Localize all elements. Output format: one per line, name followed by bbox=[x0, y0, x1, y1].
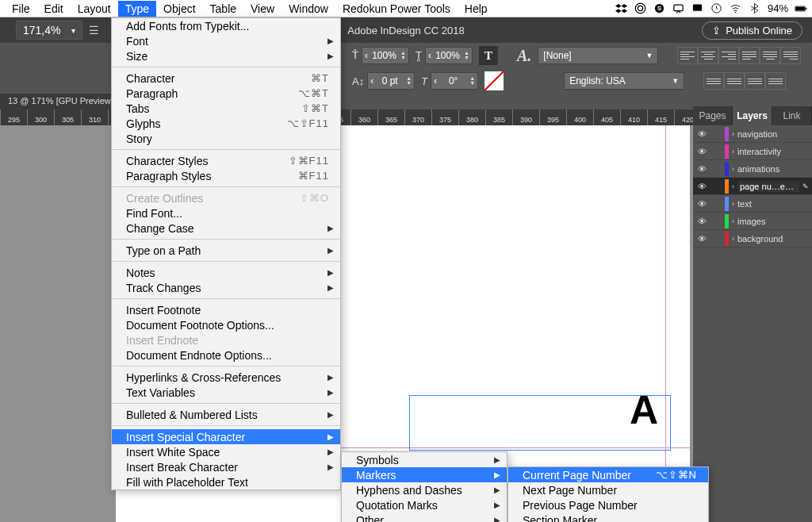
justify-left-button[interactable] bbox=[739, 47, 760, 64]
menu-view[interactable]: View bbox=[243, 1, 282, 17]
menu-item-track-changes[interactable]: Track Changes▶ bbox=[112, 280, 340, 295]
menu-item-glyphs[interactable]: Glyphs⌥⇧F11 bbox=[112, 116, 340, 131]
menu-item-markers[interactable]: Markers▶ bbox=[342, 467, 507, 482]
menu-item-insert-white-space[interactable]: Insert White Space▶ bbox=[112, 444, 340, 459]
panel-tab-link[interactable]: Link bbox=[772, 106, 812, 125]
battery-icon[interactable] bbox=[795, 2, 807, 15]
layer-images[interactable]: 👁›images bbox=[693, 213, 812, 230]
layer-interactivity[interactable]: 👁›interactivity bbox=[693, 143, 812, 160]
chevron-right-icon[interactable]: › bbox=[732, 200, 734, 208]
justify-right-button[interactable] bbox=[780, 47, 801, 64]
wifi-icon[interactable] bbox=[730, 2, 742, 15]
layer-background[interactable]: 👁›background bbox=[693, 230, 812, 248]
visibility-icon[interactable]: 👁 bbox=[696, 182, 707, 191]
menu-item-story[interactable]: Story bbox=[112, 131, 340, 146]
menu-item-tabs[interactable]: Tabs⇧⌘T bbox=[112, 101, 340, 116]
layer-text[interactable]: 👁›text bbox=[693, 195, 812, 213]
document-tab[interactable]: 13 @ 171% [GPU Preview] bbox=[0, 94, 122, 109]
indent-left-a[interactable] bbox=[703, 72, 724, 90]
skype-icon[interactable]: S bbox=[653, 2, 666, 15]
menu-item-current-page-number[interactable]: Current Page Number⌥⇧⌘N bbox=[508, 467, 708, 482]
menu-item-text-variables[interactable]: Text Variables▶ bbox=[112, 385, 340, 400]
menu-type[interactable]: Type bbox=[118, 1, 156, 17]
indent-left-b[interactable] bbox=[724, 72, 745, 90]
publish-online-button[interactable]: ⇪ Publish Online bbox=[702, 21, 802, 40]
menu-item-hyphens-and-dashes[interactable]: Hyphens and Dashes▶ bbox=[342, 482, 507, 497]
visibility-icon[interactable]: 👁 bbox=[696, 164, 707, 174]
language-dropdown[interactable]: English: USA▼ bbox=[564, 72, 684, 90]
indent-right-b[interactable] bbox=[765, 72, 786, 90]
menu-item-insert-special-character[interactable]: Insert Special Character▶ bbox=[112, 429, 340, 444]
menu-item-add-fonts-from-typekit-[interactable]: Add Fonts from Typekit... bbox=[112, 18, 340, 33]
chat-icon[interactable] bbox=[672, 2, 685, 15]
menu-item-hyperlinks-cross-references[interactable]: Hyperlinks & Cross-References▶ bbox=[112, 370, 340, 385]
panel-tab-layers[interactable]: Layers bbox=[733, 106, 772, 125]
visibility-icon[interactable]: 👁 bbox=[696, 129, 707, 139]
layer-animations[interactable]: 👁›animations bbox=[693, 160, 812, 178]
visibility-icon[interactable]: 👁 bbox=[696, 147, 707, 156]
menu-file[interactable]: File bbox=[5, 1, 37, 17]
visibility-icon[interactable]: 👁 bbox=[696, 234, 707, 244]
scale-x-input[interactable]: ‹100%▲▼ bbox=[362, 47, 409, 64]
menu-item-character-styles[interactable]: Character Styles⇧⌘F11 bbox=[112, 153, 340, 168]
menu-redokun-power-tools[interactable]: Redokun Power Tools bbox=[335, 1, 458, 17]
layer-page-nu-eader-[interactable]: 👁›page nu…eader -✎ bbox=[693, 178, 812, 195]
clock-icon[interactable] bbox=[710, 2, 723, 15]
menu-item-symbols[interactable]: Symbols▶ bbox=[342, 452, 507, 467]
menu-window[interactable]: Window bbox=[282, 1, 335, 17]
visibility-icon[interactable]: 👁 bbox=[696, 217, 707, 226]
menu-item-fill-with-placeholder-text[interactable]: Fill with Placeholder Text bbox=[112, 474, 340, 489]
chevron-right-icon[interactable]: › bbox=[732, 217, 734, 225]
menu-object[interactable]: Object bbox=[156, 1, 202, 17]
align-center-button[interactable] bbox=[698, 47, 718, 64]
menu-item-quotation-marks[interactable]: Quotation Marks▶ bbox=[342, 497, 507, 512]
chevron-right-icon[interactable]: › bbox=[732, 165, 734, 173]
menu-layout[interactable]: Layout bbox=[71, 1, 118, 17]
layer-navigation[interactable]: 👁›navigation bbox=[693, 125, 812, 143]
indent-right-a[interactable] bbox=[745, 72, 765, 90]
chevron-right-icon[interactable]: › bbox=[732, 130, 734, 138]
menu-item-character[interactable]: Character⌘T bbox=[112, 71, 340, 86]
menu-item-change-case[interactable]: Change Case▶ bbox=[112, 221, 340, 236]
menu-item-type-on-a-path[interactable]: Type on a Path▶ bbox=[112, 243, 340, 258]
align-left-button[interactable] bbox=[677, 47, 698, 64]
justify-center-button[interactable] bbox=[760, 47, 780, 64]
baseline-shift-input[interactable]: ‹0 pt▲▼ bbox=[367, 72, 415, 90]
panel-tab-pages[interactable]: Pages bbox=[693, 106, 733, 125]
bluetooth-icon[interactable] bbox=[749, 2, 761, 15]
menu-item-insert-break-character[interactable]: Insert Break Character▶ bbox=[112, 459, 340, 474]
menu-item-section-marker[interactable]: Section Marker bbox=[508, 512, 708, 522]
menu-item-next-page-number[interactable]: Next Page Number bbox=[508, 482, 708, 497]
menu-item-find-font-[interactable]: Find Font... bbox=[112, 205, 340, 221]
chevron-right-icon[interactable]: › bbox=[732, 182, 734, 190]
display-icon[interactable] bbox=[691, 2, 704, 15]
visibility-icon[interactable]: 👁 bbox=[696, 199, 707, 209]
menu-item-paragraph[interactable]: Paragraph⌥⌘T bbox=[112, 86, 340, 101]
menu-item-other[interactable]: Other▶ bbox=[342, 512, 507, 522]
fill-text-icon[interactable]: T bbox=[479, 46, 498, 65]
menu-edit[interactable]: Edit bbox=[37, 1, 71, 17]
zoom-dropdown[interactable]: 171,4% ▾ bbox=[16, 21, 82, 40]
paragraph-style-dropdown[interactable]: [None]▼ bbox=[538, 47, 658, 64]
svg-rect-4 bbox=[674, 5, 683, 11]
menu-item-insert-footnote[interactable]: Insert Footnote bbox=[112, 302, 340, 317]
skew-input[interactable]: ‹0°▲▼ bbox=[431, 72, 478, 90]
cc-icon[interactable] bbox=[634, 2, 647, 15]
view-options-icon[interactable]: ☰ bbox=[89, 24, 99, 36]
scale-y-input[interactable]: ‹100%▲▼ bbox=[425, 47, 473, 64]
menu-item-size[interactable]: Size▶ bbox=[112, 48, 340, 63]
menu-item-paragraph-styles[interactable]: Paragraph Styles⌘F11 bbox=[112, 168, 340, 183]
menu-item-bulleted-numbered-lists[interactable]: Bulleted & Numbered Lists▶ bbox=[112, 407, 340, 422]
menu-item-document-footnote-options-[interactable]: Document Footnote Options... bbox=[112, 317, 340, 332]
menu-table[interactable]: Table bbox=[203, 1, 243, 17]
chevron-right-icon[interactable]: › bbox=[732, 148, 734, 155]
align-right-button[interactable] bbox=[718, 47, 739, 64]
menu-item-previous-page-number[interactable]: Previous Page Number bbox=[508, 497, 708, 512]
menu-item-notes[interactable]: Notes▶ bbox=[112, 265, 340, 280]
menu-help[interactable]: Help bbox=[458, 1, 495, 17]
menu-item-document-endnote-options-[interactable]: Document Endnote Options... bbox=[112, 347, 340, 363]
menu-item-font[interactable]: Font▶ bbox=[112, 33, 340, 48]
chevron-right-icon[interactable]: › bbox=[732, 235, 734, 243]
stroke-none-icon[interactable] bbox=[485, 71, 504, 90]
dropbox-icon[interactable] bbox=[615, 2, 628, 15]
